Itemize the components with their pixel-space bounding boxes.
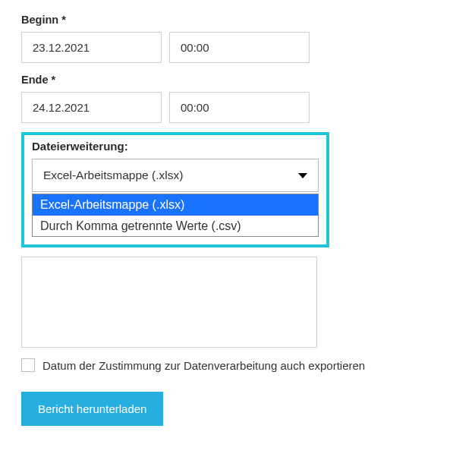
end-row [21, 92, 432, 123]
consent-export-checkbox[interactable] [21, 358, 35, 372]
file-extension-option-xlsx[interactable]: Excel-Arbeitsmappe (.xlsx) [33, 194, 318, 216]
content-box [21, 257, 317, 348]
end-label: Ende * [21, 74, 432, 86]
end-time-input[interactable] [169, 92, 310, 123]
begin-label: Beginn * [21, 14, 432, 26]
file-extension-selected: Excel-Arbeitsmappe (.xlsx) [43, 169, 183, 182]
consent-export-row: Datum der Zustimmung zur Datenverarbeitu… [21, 358, 432, 372]
chevron-down-icon [298, 173, 307, 178]
file-extension-options: Excel-Arbeitsmappe (.xlsx) Durch Komma g… [32, 194, 319, 237]
begin-date-input[interactable] [21, 32, 162, 63]
file-extension-select[interactable]: Excel-Arbeitsmappe (.xlsx) [32, 159, 319, 192]
begin-time-input[interactable] [169, 32, 310, 63]
begin-row [21, 32, 432, 63]
download-report-button[interactable]: Bericht herunterladen [21, 392, 163, 426]
end-date-input[interactable] [21, 92, 162, 123]
consent-export-label: Datum der Zustimmung zur Datenverarbeitu… [42, 359, 365, 372]
file-extension-option-csv[interactable]: Durch Komma getrennte Werte (.csv) [33, 216, 318, 237]
file-extension-label: Dateierweiterung: [32, 140, 319, 153]
file-extension-section: Dateierweiterung: Excel-Arbeitsmappe (.x… [21, 132, 329, 247]
